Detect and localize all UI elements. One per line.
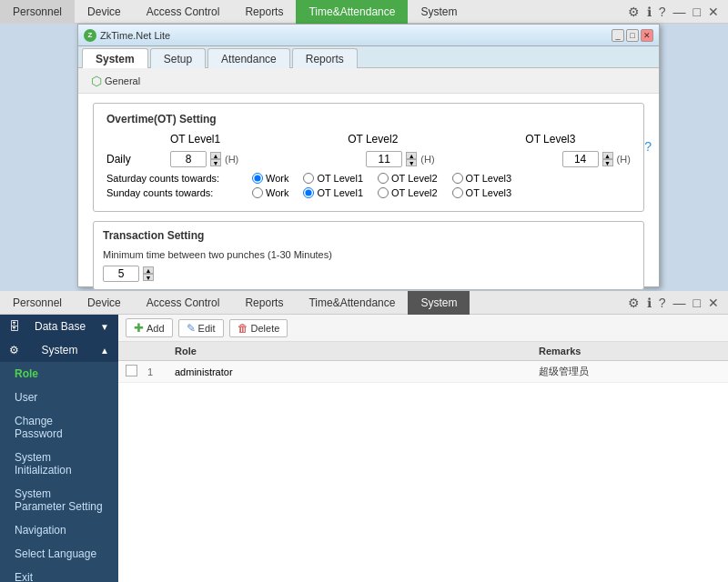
ot-inputs: ▲ ▼ (H) ▲ ▼ (H) — [170, 151, 631, 167]
menu-access-top[interactable]: Access Control — [134, 0, 233, 24]
table-row: 1 administrator 超级管理员 — [118, 361, 728, 383]
settings-icon-bottom[interactable]: ⚙ — [626, 296, 642, 310]
ot-level3-input-group: ▲ ▼ (H) — [562, 151, 631, 167]
top-menubar: Personnel Device Access Control Reports … — [0, 0, 728, 24]
info-icon-top[interactable]: ℹ — [645, 5, 653, 19]
sunday-ot1-radio[interactable]: OT Level1 — [303, 187, 363, 198]
saturday-ot1-radio[interactable]: OT Level1 — [303, 173, 363, 184]
menu-reports-top[interactable]: Reports — [232, 0, 296, 24]
minimize-icon-top[interactable]: — — [672, 5, 688, 19]
menu-reports-bottom[interactable]: Reports — [232, 291, 296, 315]
sunday-work-input[interactable] — [252, 187, 263, 198]
sidebar: 🗄 Data Base ▼ ⚙ System ▲ Role User Chang… — [0, 315, 118, 582]
sidebar-item-change-password[interactable]: Change Password — [0, 409, 118, 446]
transaction-section-title: Transaction Setting — [103, 229, 634, 242]
ot-level3-input[interactable] — [562, 151, 599, 167]
menu-system-bottom[interactable]: System — [408, 291, 470, 315]
close-icon-top[interactable]: ✕ — [706, 5, 721, 19]
sunday-work-radio[interactable]: Work — [252, 187, 288, 198]
menu-device-top[interactable]: Device — [75, 0, 134, 24]
saturday-ot2-radio[interactable]: OT Level2 — [378, 173, 438, 184]
sidebar-database-arrow: ▼ — [100, 322, 109, 332]
ot-level3-header: OT Level3 — [525, 133, 575, 146]
general-icon: ⬡ — [91, 74, 102, 88]
ot-level1-spin-up[interactable]: ▲ — [210, 152, 221, 159]
sunday-ot2-label: OT Level2 — [391, 187, 438, 198]
saturday-ot3-radio[interactable]: OT Level3 — [452, 173, 512, 184]
menu-device-bottom[interactable]: Device — [75, 291, 134, 315]
row-num: 1 — [147, 366, 175, 377]
menu-access-bottom[interactable]: Access Control — [134, 291, 233, 315]
tab-attendance[interactable]: Attendance — [207, 48, 290, 68]
settings-icon-top[interactable]: ⚙ — [626, 5, 642, 19]
ot-level2-input-group: ▲ ▼ (H) — [366, 151, 434, 167]
edit-button[interactable]: ✎ Edit — [178, 319, 224, 337]
inner-window: Z ZkTime.Net Lite _ □ ✕ System Setup Att… — [77, 24, 660, 287]
tab-reports[interactable]: Reports — [292, 48, 358, 68]
add-button[interactable]: ✚ Add — [126, 318, 173, 337]
menu-system-top[interactable]: System — [408, 0, 470, 24]
saturday-ot1-input[interactable] — [303, 173, 314, 184]
content-help-icon[interactable]: ? — [644, 139, 652, 154]
ot-level3-spin-up[interactable]: ▲ — [602, 152, 613, 159]
bottom-menu-icons: ⚙ ℹ ? — □ ✕ — [626, 296, 728, 310]
sunday-ot1-input[interactable] — [303, 187, 314, 198]
menu-personnel-bottom[interactable]: Personnel — [0, 291, 75, 315]
info-icon-bottom[interactable]: ℹ — [645, 296, 653, 310]
ot-daily-row: Daily ▲ ▼ (H) — [106, 151, 631, 167]
sidebar-item-role[interactable]: Role — [0, 362, 118, 386]
tab-system[interactable]: System — [82, 48, 148, 68]
sidebar-system-header[interactable]: ⚙ System ▲ — [0, 338, 118, 362]
inner-close-button[interactable]: ✕ — [641, 29, 653, 42]
min-time-input[interactable] — [103, 266, 139, 282]
ot-level1-spin-down[interactable]: ▼ — [210, 159, 221, 166]
ot-setting-section: Overtime(OT) Setting OT Level1 OT Level2… — [93, 103, 644, 212]
maximize-icon-bottom[interactable]: □ — [692, 296, 703, 310]
help-icon-top[interactable]: ? — [657, 5, 668, 19]
help-icon-bottom[interactable]: ? — [657, 296, 668, 310]
saturday-ot2-input[interactable] — [378, 173, 389, 184]
inner-maximize-button[interactable]: □ — [626, 29, 639, 42]
delete-button[interactable]: 🗑 Delete — [229, 319, 288, 337]
menu-personnel-top[interactable]: Personnel — [0, 0, 75, 24]
ot-level1-spin: ▲ ▼ — [210, 152, 221, 166]
ot-level2-spin-up[interactable]: ▲ — [406, 152, 417, 159]
sidebar-item-exit[interactable]: Exit — [0, 566, 118, 582]
menu-timeattendance-bottom[interactable]: Time&Attendance — [296, 291, 408, 315]
ot-level2-spin-down[interactable]: ▼ — [406, 159, 417, 166]
sidebar-item-system-init[interactable]: System Initialization — [0, 446, 118, 482]
sidebar-item-system-param[interactable]: System Parameter Setting — [0, 482, 118, 518]
maximize-icon-top[interactable]: □ — [692, 5, 703, 19]
saturday-ot2-label: OT Level2 — [391, 173, 438, 184]
menu-timeattendance-top[interactable]: Time&Attendance — [296, 0, 408, 24]
sidebar-item-select-language[interactable]: Select Language — [0, 542, 118, 566]
row-checkbox[interactable] — [126, 365, 137, 376]
bottom-layout: 🗄 Data Base ▼ ⚙ System ▲ Role User Chang… — [0, 315, 728, 582]
min-time-spin-down[interactable]: ▼ — [143, 274, 154, 281]
sidebar-item-navigation[interactable]: Navigation — [0, 518, 118, 542]
saturday-work-input[interactable] — [252, 173, 263, 184]
sidebar-system-arrow: ▲ — [100, 346, 109, 356]
ot-level3-spin-down[interactable]: ▼ — [602, 159, 613, 166]
min-time-spin-up[interactable]: ▲ — [143, 266, 154, 274]
saturday-ot3-input[interactable] — [452, 173, 463, 184]
sunday-ot3-radio[interactable]: OT Level3 — [452, 187, 512, 198]
tab-setup[interactable]: Setup — [150, 48, 206, 68]
sidebar-database-header[interactable]: 🗄 Data Base ▼ — [0, 315, 118, 338]
sidebar-item-user[interactable]: User — [0, 386, 118, 409]
col-check-header — [126, 346, 147, 356]
title-logo: Z — [84, 29, 96, 42]
delete-icon: 🗑 — [238, 322, 248, 335]
ot-level1-unit: (H) — [225, 154, 238, 165]
sunday-ot3-input[interactable] — [452, 187, 463, 198]
saturday-work-radio[interactable]: Work — [252, 173, 288, 184]
general-toolbar-item[interactable]: ⬡ General — [86, 72, 146, 90]
edit-icon: ✎ — [187, 322, 196, 335]
sunday-ot2-radio[interactable]: OT Level2 — [378, 187, 438, 198]
sunday-ot2-input[interactable] — [378, 187, 389, 198]
inner-minimize-button[interactable]: _ — [612, 29, 624, 42]
ot-level2-input[interactable] — [366, 151, 402, 167]
ot-level1-input[interactable] — [170, 151, 207, 167]
close-icon-bottom[interactable]: ✕ — [706, 296, 721, 310]
minimize-icon-bottom[interactable]: — — [672, 296, 688, 310]
